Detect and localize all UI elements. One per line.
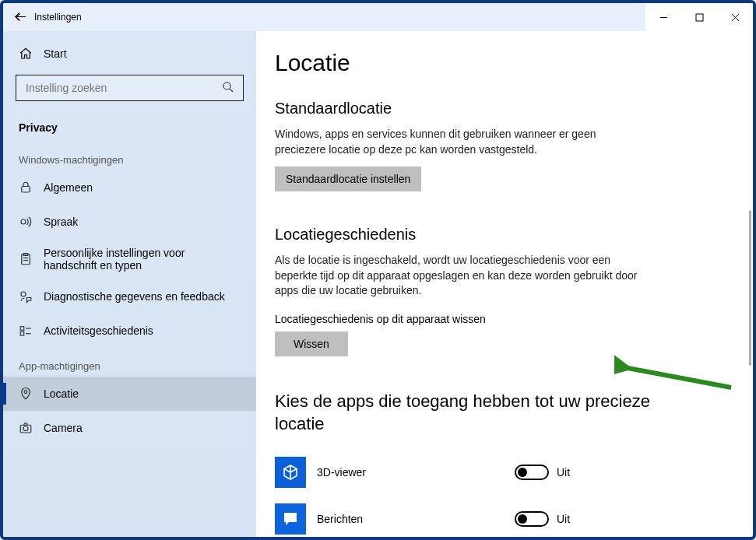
sidebar-home-label: Start [44, 47, 67, 60]
svg-point-12 [21, 292, 26, 296]
app-icon-3d-viewer [275, 457, 306, 488]
sidebar-item-locatie[interactable]: Locatie [3, 377, 256, 411]
clear-history-button[interactable]: Wissen [275, 331, 348, 356]
location-icon [19, 387, 33, 401]
close-icon [731, 13, 740, 22]
app-toggle-berichten[interactable]: Uit [515, 511, 570, 527]
set-default-location-button[interactable]: Standaardlocatie instellen [275, 167, 421, 191]
home-icon [19, 47, 33, 61]
sidebar-item-spraak[interactable]: Spraak [3, 205, 256, 239]
titlebar: 🡠 Instellingen [3, 3, 753, 31]
sidebar-item-algemeen[interactable]: Algemeen [3, 170, 256, 205]
svg-rect-14 [20, 332, 24, 336]
toggle-off-icon [515, 511, 549, 527]
sidebar-category: Privacy [3, 114, 256, 142]
timeline-icon [19, 324, 33, 338]
sidebar-item-activiteit[interactable]: Activiteitsgeschiedenis [3, 314, 256, 348]
svg-rect-13 [20, 327, 24, 331]
sidebar-group-apps: App-machtigingen [3, 348, 256, 377]
sidebar-item-label: Persoonlijke instellingen voor handschri… [44, 247, 230, 272]
camera-icon [19, 421, 33, 435]
toggle-label: Uit [557, 466, 570, 479]
app-row-3d-viewer: 3D-viewer Uit [275, 449, 680, 496]
svg-rect-6 [22, 187, 30, 193]
back-button[interactable]: 🡠 [3, 3, 34, 31]
feedback-icon [19, 289, 33, 303]
app-access-list: 3D-viewer Uit Berichten Uit [275, 449, 680, 537]
minimize-icon [659, 13, 668, 22]
svg-point-17 [24, 391, 27, 394]
sidebar-item-label: Locatie [44, 387, 79, 400]
window-title: Instellingen [34, 12, 82, 23]
section-history-heading: Locatiegeschiedenis [275, 226, 753, 244]
scrollbar[interactable] [749, 210, 751, 366]
toggle-off-icon [515, 465, 549, 480]
svg-point-7 [21, 219, 26, 224]
clipboard-icon [19, 252, 33, 266]
section-history-desc: Als de locatie is ingeschakeld, wordt uw… [275, 253, 649, 299]
minimize-button[interactable] [645, 3, 681, 31]
speech-icon [19, 215, 33, 229]
sidebar-item-label: Spraak [44, 216, 78, 228]
svg-point-19 [23, 426, 28, 431]
window-controls [645, 3, 753, 31]
search-icon [221, 80, 235, 96]
toggle-label: Uit [557, 513, 570, 525]
sidebar: Start Privacy Windows-machtigingen Algem… [3, 31, 256, 537]
lock-icon [19, 181, 33, 195]
sidebar-item-label: Camera [44, 422, 83, 434]
page-title: Locatie [275, 50, 753, 76]
svg-line-5 [230, 89, 233, 92]
section-apps-heading: Kies de apps die toegang hebben tot uw p… [275, 391, 664, 435]
sidebar-item-camera[interactable]: Camera [3, 411, 256, 445]
app-icon-berichten [275, 503, 306, 535]
svg-point-4 [223, 82, 230, 89]
sidebar-home[interactable]: Start [3, 39, 256, 68]
svg-rect-1 [696, 14, 703, 21]
app-name-3d-viewer: 3D-viewer [317, 466, 504, 479]
app-toggle-3d-viewer[interactable]: Uit [515, 465, 570, 480]
sidebar-item-label: Algemeen [44, 181, 93, 194]
sidebar-item-label: Diagnostische gegevens en feedback [44, 290, 225, 303]
search-input[interactable] [24, 81, 221, 95]
sidebar-item-handschrift[interactable]: Persoonlijke instellingen voor handschri… [3, 239, 256, 279]
search-box[interactable] [16, 75, 244, 101]
app-row-berichten: Berichten Uit [275, 496, 680, 537]
maximize-icon [695, 13, 704, 22]
sidebar-group-windows: Windows-machtigingen [3, 142, 256, 170]
section-default-location-desc: Windows, apps en services kunnen dit geb… [275, 127, 649, 157]
app-name-berichten: Berichten [317, 513, 504, 525]
section-default-location-heading: Standaardlocatie [275, 100, 753, 117]
sidebar-item-diagnostiek[interactable]: Diagnostische gegevens en feedback [3, 279, 256, 314]
content-area: Locatie Standaardlocatie Windows, apps e… [256, 31, 753, 537]
maximize-button[interactable] [681, 3, 717, 31]
close-button[interactable] [717, 3, 753, 31]
sidebar-item-label: Activiteitsgeschiedenis [44, 324, 153, 337]
history-sub-label: Locatiegeschiedenis op dit apparaat wiss… [275, 313, 753, 325]
